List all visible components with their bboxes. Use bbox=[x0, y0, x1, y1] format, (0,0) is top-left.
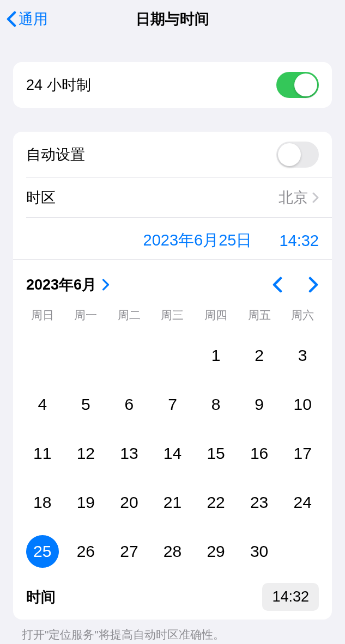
date-display[interactable]: 2023年6月25日 bbox=[143, 230, 252, 252]
calendar-day[interactable]: 6 bbox=[107, 388, 151, 421]
calendar: 2023年6月 周日周一周二周三周四周五周六 12345678910111213… bbox=[13, 260, 332, 620]
calendar-day[interactable]: 23 bbox=[238, 486, 281, 519]
calendar-day[interactable]: 27 bbox=[107, 535, 151, 568]
month-label: 2023年6月 bbox=[26, 275, 96, 295]
page-title: 日期与时间 bbox=[136, 9, 209, 29]
calendar-day[interactable]: 13 bbox=[107, 437, 151, 470]
calendar-day[interactable]: 11 bbox=[21, 437, 64, 470]
auto-set-label: 自动设置 bbox=[26, 145, 85, 164]
calendar-day[interactable]: 20 bbox=[107, 486, 151, 519]
prev-month-button[interactable] bbox=[272, 277, 283, 293]
calendar-day[interactable]: 26 bbox=[64, 535, 108, 568]
calendar-header: 2023年6月 bbox=[21, 260, 324, 304]
calendar-day[interactable]: 18 bbox=[21, 486, 64, 519]
chevron-left-icon bbox=[7, 11, 16, 27]
nav-bar: 通用 日期与时间 bbox=[0, 0, 345, 38]
weekday-label: 周四 bbox=[194, 308, 238, 323]
calendar-day[interactable]: 15 bbox=[194, 437, 238, 470]
month-selector[interactable]: 2023年6月 bbox=[26, 275, 110, 295]
hour24-toggle[interactable] bbox=[276, 72, 319, 98]
timezone-label: 时区 bbox=[26, 188, 56, 207]
calendar-day[interactable]: 17 bbox=[281, 437, 324, 470]
day-empty bbox=[151, 339, 195, 372]
weekday-label: 周三 bbox=[151, 308, 195, 323]
footer-note: 打开"定位服务"将提高自动时区准确性。 bbox=[0, 620, 345, 644]
weekday-label: 周日 bbox=[21, 308, 64, 323]
calendar-day[interactable]: 2 bbox=[238, 339, 281, 372]
calendar-day[interactable]: 16 bbox=[238, 437, 281, 470]
calendar-day[interactable]: 30 bbox=[238, 535, 281, 568]
calendar-day[interactable]: 21 bbox=[151, 486, 195, 519]
time-picker[interactable]: 14:32 bbox=[262, 583, 319, 611]
calendar-day[interactable]: 3 bbox=[281, 339, 324, 372]
hour24-label: 24 小时制 bbox=[26, 75, 91, 95]
days-grid: 1234567891011121314151617181920212223242… bbox=[21, 326, 324, 575]
timezone-row[interactable]: 时区 北京 bbox=[13, 178, 332, 217]
calendar-day[interactable]: 24 bbox=[281, 486, 324, 519]
day-empty bbox=[107, 339, 151, 372]
calendar-day[interactable]: 4 bbox=[21, 388, 64, 421]
calendar-day[interactable]: 19 bbox=[64, 486, 108, 519]
hour24-row: 24 小时制 bbox=[13, 62, 332, 108]
timezone-value-group: 北京 bbox=[279, 188, 319, 207]
calendar-day[interactable]: 5 bbox=[64, 388, 108, 421]
calendar-day[interactable]: 12 bbox=[64, 437, 108, 470]
calendar-day[interactable]: 28 bbox=[151, 535, 195, 568]
weekday-label: 周二 bbox=[107, 308, 151, 323]
time-display[interactable]: 14:32 bbox=[279, 232, 319, 250]
auto-set-row: 自动设置 bbox=[13, 132, 332, 177]
back-label: 通用 bbox=[19, 9, 48, 29]
chevron-right-icon bbox=[102, 279, 110, 291]
time-label: 时间 bbox=[26, 587, 56, 607]
weekday-label: 周六 bbox=[281, 308, 324, 323]
calendar-day[interactable]: 29 bbox=[194, 535, 238, 568]
back-button[interactable]: 通用 bbox=[7, 9, 48, 29]
hour-format-section: 24 小时制 bbox=[13, 62, 332, 108]
calendar-day[interactable]: 25 bbox=[21, 535, 64, 568]
calendar-day[interactable]: 7 bbox=[151, 388, 195, 421]
calendar-day[interactable]: 1 bbox=[194, 339, 238, 372]
weekday-label: 周一 bbox=[64, 308, 108, 323]
toggle-knob bbox=[294, 73, 317, 96]
auto-set-toggle[interactable] bbox=[276, 142, 319, 168]
timezone-value: 北京 bbox=[279, 188, 308, 207]
calendar-day[interactable]: 14 bbox=[151, 437, 195, 470]
chevron-right-icon bbox=[312, 192, 319, 203]
calendar-day[interactable]: 8 bbox=[194, 388, 238, 421]
calendar-day[interactable]: 10 bbox=[281, 388, 324, 421]
month-nav bbox=[272, 277, 319, 293]
calendar-day[interactable]: 9 bbox=[238, 388, 281, 421]
time-row: 时间 14:32 bbox=[21, 575, 324, 614]
weekday-label: 周五 bbox=[238, 308, 281, 323]
weekday-header: 周日周一周二周三周四周五周六 bbox=[21, 304, 324, 326]
day-empty bbox=[21, 339, 64, 372]
toggle-knob bbox=[278, 143, 301, 166]
datetime-section: 自动设置 时区 北京 2023年6月25日 14:32 2023年6月 bbox=[13, 132, 332, 620]
next-month-button[interactable] bbox=[308, 277, 319, 293]
day-empty bbox=[64, 339, 108, 372]
datetime-display-row: 2023年6月25日 14:32 bbox=[13, 218, 332, 259]
calendar-day[interactable]: 22 bbox=[194, 486, 238, 519]
